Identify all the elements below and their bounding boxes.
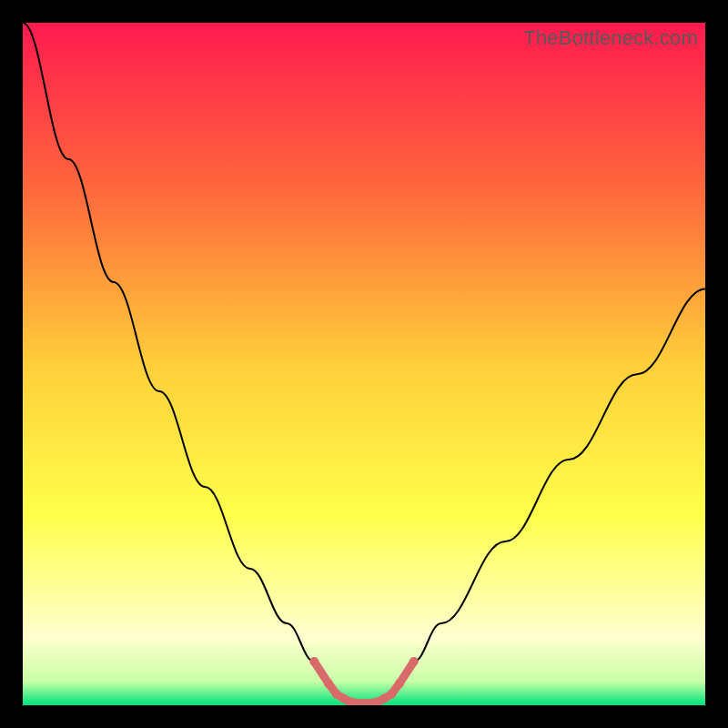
chart-frame: TheBottleneck.com: [23, 23, 705, 705]
optimal-marker-dot: [395, 679, 404, 688]
watermark-text: TheBottleneck.com: [523, 26, 698, 50]
optimal-marker-dot: [309, 657, 318, 666]
chart-svg: [23, 23, 705, 705]
optimal-marker-dot: [324, 679, 333, 688]
optimal-marker-dot: [387, 690, 396, 699]
chart-background: [23, 23, 705, 705]
optimal-marker-dot: [410, 657, 419, 666]
